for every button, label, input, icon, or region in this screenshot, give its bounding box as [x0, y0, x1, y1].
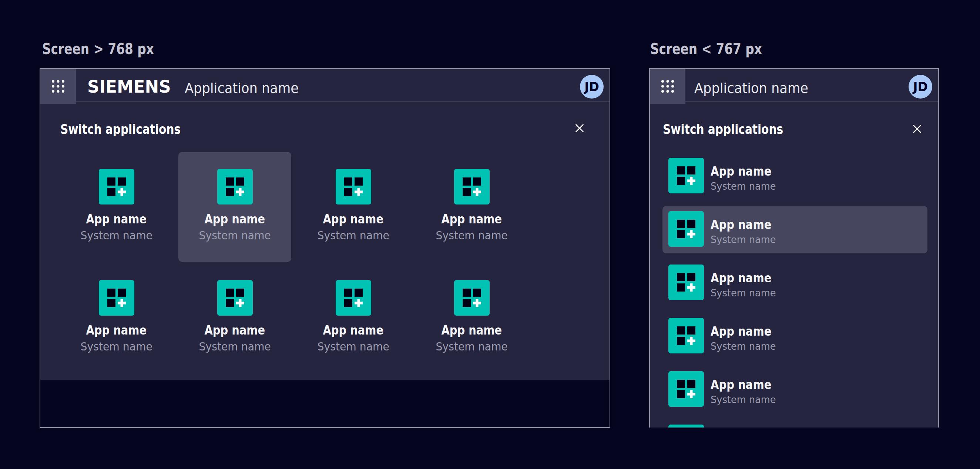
app-tile-icon	[217, 280, 253, 316]
app-list: App name System name App name System nam…	[662, 153, 928, 428]
breakpoint-label-desktop: Screen > 768 px	[42, 41, 154, 56]
system-name-label: System name	[317, 341, 389, 352]
close-button[interactable]	[572, 121, 587, 136]
app-tile-icon	[454, 280, 490, 316]
app-tile[interactable]: App name System name	[178, 263, 291, 373]
application-name: Application name	[694, 81, 808, 95]
system-name-label: System name	[711, 341, 776, 351]
app-list-item[interactable]: App name System name	[662, 259, 928, 307]
app-tile-icon	[668, 265, 704, 300]
app-tile-icon	[668, 318, 704, 353]
app-name-label: App name	[86, 213, 147, 225]
app-tile-icon	[454, 169, 490, 204]
avatar[interactable]: JD	[908, 75, 932, 99]
app-name-label: App name	[442, 213, 502, 225]
switch-applications-panel: Switch applications App name System name…	[40, 102, 609, 380]
app-name-label: App name	[323, 213, 384, 225]
system-name-label: System name	[436, 230, 508, 241]
app-name-label: App name	[205, 324, 266, 337]
switch-applications-panel: Switch applications App name System name…	[650, 102, 938, 428]
app-tile-icon	[668, 371, 704, 407]
app-tile-icon	[99, 169, 134, 204]
panel-title: Switch applications	[663, 123, 783, 136]
app-name-label: App name	[711, 379, 771, 391]
app-tile-icon	[336, 280, 371, 316]
application-name: Application name	[185, 81, 299, 95]
app-list-item[interactable]: App name System name	[662, 153, 928, 200]
avatar[interactable]: JD	[580, 75, 604, 99]
app-switch-menu-button[interactable]	[650, 69, 686, 104]
app-header: SIEMENS Application name JD	[40, 69, 609, 102]
siemens-logo: SIEMENS	[88, 78, 171, 95]
system-name-label: System name	[80, 341, 152, 352]
app-list-item[interactable]: App name System name	[662, 366, 928, 413]
panel-title: Switch applications	[60, 123, 181, 136]
close-button[interactable]	[910, 121, 924, 136]
system-name-label: System name	[711, 234, 776, 244]
app-tile-icon	[668, 158, 704, 193]
app-grid-icon	[661, 80, 674, 93]
close-icon	[576, 124, 584, 132]
app-tile[interactable]: App name System name	[297, 152, 410, 262]
app-list-item[interactable]: App name System name	[662, 420, 928, 428]
app-tile-grid: App name System name App name System nam…	[60, 152, 534, 373]
app-list-item[interactable]: App name System name	[662, 206, 928, 254]
system-name-label: System name	[711, 394, 776, 405]
app-header: Application name JD	[650, 69, 938, 102]
app-name-label: App name	[711, 165, 771, 177]
app-name-label: App name	[711, 219, 771, 231]
app-name-label: App name	[86, 324, 147, 337]
app-name-label: App name	[711, 272, 771, 284]
app-tile-icon	[336, 169, 371, 204]
system-name-label: System name	[199, 341, 270, 352]
app-tile[interactable]: App name System name	[297, 263, 410, 373]
system-name-label: System name	[317, 230, 389, 241]
system-name-label: System name	[199, 230, 270, 241]
system-name-label: System name	[436, 341, 508, 352]
app-tile[interactable]: App name System name	[178, 152, 291, 262]
app-tile-icon	[99, 280, 134, 316]
breakpoint-label-mobile: Screen < 767 px	[650, 41, 762, 56]
app-name-label: App name	[711, 325, 771, 338]
app-tile[interactable]: App name System name	[60, 263, 173, 373]
app-grid-icon	[52, 80, 64, 93]
app-tile[interactable]: App name System name	[415, 152, 528, 262]
desktop-window: SIEMENS Application name JD Switch appli…	[40, 68, 610, 428]
app-name-label: App name	[323, 324, 384, 337]
app-name-label: App name	[205, 213, 266, 225]
system-name-label: System name	[711, 288, 776, 298]
app-list-item[interactable]: App name System name	[662, 313, 928, 360]
mobile-window: Application name JD Switch applications …	[649, 68, 939, 428]
app-switch-menu-button[interactable]	[40, 69, 76, 104]
app-tile-icon	[668, 424, 704, 428]
system-name-label: System name	[711, 181, 776, 191]
app-tile[interactable]: App name System name	[415, 263, 528, 373]
app-tile[interactable]: App name System name	[60, 152, 173, 262]
system-name-label: System name	[80, 230, 152, 241]
app-tile-icon	[217, 169, 253, 204]
app-name-label: App name	[442, 324, 502, 337]
close-icon	[913, 125, 921, 133]
app-tile-icon	[668, 211, 704, 247]
